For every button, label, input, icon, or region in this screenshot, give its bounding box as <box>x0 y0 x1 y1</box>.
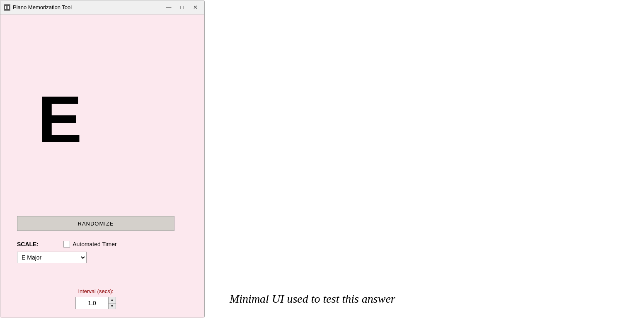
scale-select[interactable]: C Major D Major E Major F Major G Major … <box>17 252 87 263</box>
automated-timer-wrapper: Automated Timer <box>63 241 117 248</box>
window-title: Piano Memorization Tool <box>13 4 163 10</box>
svg-rect-3 <box>8 6 9 9</box>
app-icon <box>4 4 10 11</box>
window-content: E RANDOMIZE SCALE: Automated Timer C Maj… <box>0 15 204 318</box>
interval-input[interactable] <box>75 297 109 309</box>
interval-label: Interval (secs): <box>78 288 113 294</box>
letter-display: E <box>17 23 188 216</box>
spinner-buttons: ▲ ▼ <box>109 297 116 309</box>
svg-rect-2 <box>7 6 7 9</box>
interval-section: Interval (secs): ▲ ▼ <box>17 288 174 309</box>
automated-timer-label: Automated Timer <box>73 241 117 248</box>
window-controls: — □ ✕ <box>163 3 201 12</box>
spinner-up-button[interactable]: ▲ <box>109 297 116 303</box>
maximize-button[interactable]: □ <box>176 3 188 12</box>
close-button[interactable]: ✕ <box>189 3 201 12</box>
spinner-down-button[interactable]: ▼ <box>109 303 116 309</box>
controls-row: SCALE: Automated Timer <box>17 241 188 248</box>
right-area: Minimal UI used to test this answer <box>205 0 644 318</box>
scale-label: SCALE: <box>17 241 39 248</box>
current-letter: E <box>38 86 82 153</box>
title-bar: Piano Memorization Tool — □ ✕ <box>0 0 204 15</box>
app-window: Piano Memorization Tool — □ ✕ E RANDOMIZ… <box>0 0 205 318</box>
annotation-text: Minimal UI used to test this answer <box>230 292 395 306</box>
svg-rect-1 <box>5 6 6 9</box>
interval-input-wrapper: ▲ ▼ <box>75 297 116 309</box>
randomize-button[interactable]: RANDOMIZE <box>17 216 174 231</box>
minimize-button[interactable]: — <box>163 3 174 12</box>
scale-dropdown-wrapper: C Major D Major E Major F Major G Major … <box>17 252 188 263</box>
automated-timer-checkbox[interactable] <box>63 241 70 248</box>
controls-section: SCALE: Automated Timer C Major D Major E… <box>17 241 188 263</box>
